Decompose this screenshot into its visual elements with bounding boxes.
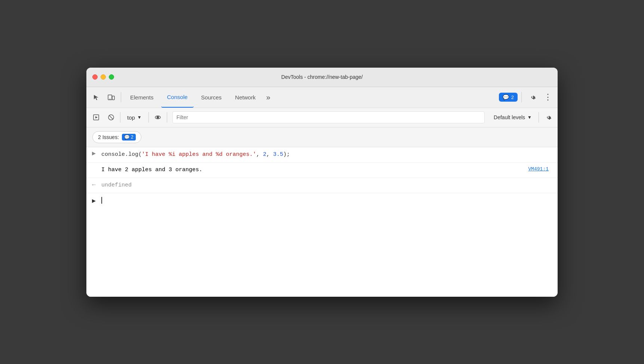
more-tabs-button[interactable]: » bbox=[263, 92, 273, 103]
svg-line-6 bbox=[109, 115, 113, 120]
console-input-prompt[interactable] bbox=[86, 193, 558, 208]
issues-badge-icon: 💬 bbox=[503, 94, 509, 100]
live-expressions-button[interactable] bbox=[151, 111, 165, 124]
tab-bar-right-divider bbox=[521, 92, 522, 102]
tab-sources[interactable]: Sources bbox=[195, 87, 228, 108]
minimize-button[interactable] bbox=[101, 74, 106, 80]
tab-network[interactable]: Network bbox=[229, 87, 262, 108]
console-return-value: undefined bbox=[101, 181, 555, 190]
console-log-output-line: I have 2 apples and 3 oranges. VM491:1 bbox=[86, 163, 558, 178]
devtools-window: DevTools - chrome://new-tab-page/ Elemen… bbox=[86, 68, 558, 297]
context-dropdown-icon: ▼ bbox=[137, 115, 142, 120]
context-selector[interactable]: top ▼ bbox=[123, 112, 146, 123]
tab-bar-divider bbox=[121, 92, 121, 102]
console-toolbar: top ▼ Default levels ▼ bbox=[86, 108, 558, 127]
filter-input[interactable] bbox=[172, 111, 485, 123]
code-string-arg: 'I have %i apples and %d oranges.' bbox=[142, 151, 256, 158]
toolbar-divider-1 bbox=[120, 112, 120, 123]
title-bar: DevTools - chrome://new-tab-page/ bbox=[86, 68, 558, 87]
svg-point-8 bbox=[157, 117, 159, 118]
code-num-2: 3.5 bbox=[273, 151, 283, 158]
console-return-arrow: ← bbox=[86, 181, 101, 188]
context-label: top bbox=[127, 114, 135, 121]
log-level-selector[interactable]: Default levels ▼ bbox=[489, 112, 536, 123]
console-output-arrow bbox=[86, 166, 101, 166]
console-output-text: I have 2 apples and 3 oranges. bbox=[101, 166, 528, 175]
svg-marker-4 bbox=[95, 116, 98, 118]
issues-pill-count: 2 bbox=[131, 135, 134, 140]
issues-pill-icon: 💬 2 bbox=[122, 134, 136, 141]
close-button[interactable] bbox=[92, 74, 98, 80]
window-title: DevTools - chrome://new-tab-page/ bbox=[281, 74, 363, 80]
code-console: console bbox=[101, 151, 125, 158]
traffic-lights bbox=[92, 74, 114, 80]
svg-marker-10 bbox=[92, 199, 96, 203]
toolbar-divider-3 bbox=[167, 112, 167, 123]
tab-bar-right: 💬 2 ⋮ bbox=[499, 90, 555, 104]
maximize-button[interactable] bbox=[109, 74, 114, 80]
tab-console[interactable]: Console bbox=[161, 87, 194, 108]
console-log-code[interactable]: console.log('I have %i apples and %d ora… bbox=[101, 150, 555, 159]
console-source-link[interactable]: VM491:1 bbox=[528, 166, 555, 172]
settings-button[interactable] bbox=[525, 90, 539, 104]
device-toolbar-icon-button[interactable] bbox=[104, 90, 118, 104]
issues-badge-count: 2 bbox=[511, 95, 514, 100]
svg-marker-9 bbox=[92, 152, 96, 155]
tab-elements[interactable]: Elements bbox=[124, 87, 160, 108]
more-options-button[interactable]: ⋮ bbox=[541, 90, 555, 104]
console-settings-button[interactable] bbox=[541, 111, 555, 124]
log-level-label: Default levels bbox=[494, 114, 525, 120]
run-button[interactable] bbox=[89, 111, 103, 124]
code-num-1: 2 bbox=[263, 151, 266, 158]
text-cursor bbox=[101, 197, 102, 204]
issues-pill-button[interactable]: 2 Issues: 💬 2 bbox=[92, 131, 141, 143]
log-level-dropdown-icon: ▼ bbox=[527, 115, 532, 120]
issues-badge-button[interactable]: 💬 2 bbox=[499, 93, 518, 102]
console-output: console.log('I have %i apples and %d ora… bbox=[86, 147, 558, 297]
console-return-line: ← undefined bbox=[86, 178, 558, 193]
tab-bar: Elements Console Sources Network » 💬 2 bbox=[86, 87, 558, 108]
toolbar-divider-2 bbox=[148, 112, 149, 123]
toolbar-divider-4 bbox=[539, 112, 539, 123]
console-log-input-line: console.log('I have %i apples and %d ora… bbox=[86, 147, 558, 163]
inspect-icon-button[interactable] bbox=[89, 90, 103, 104]
console-input-arrow[interactable] bbox=[86, 150, 101, 156]
svg-rect-1 bbox=[112, 96, 114, 100]
issues-pill-chat-icon: 💬 bbox=[124, 135, 130, 140]
console-prompt-arrow bbox=[86, 198, 101, 204]
console-prompt-input[interactable] bbox=[101, 196, 555, 205]
issues-pill-prefix: 2 Issues: bbox=[98, 134, 119, 140]
more-options-icon: ⋮ bbox=[544, 92, 552, 102]
issues-bar: 2 Issues: 💬 2 bbox=[86, 127, 558, 147]
clear-console-button[interactable] bbox=[104, 111, 118, 124]
